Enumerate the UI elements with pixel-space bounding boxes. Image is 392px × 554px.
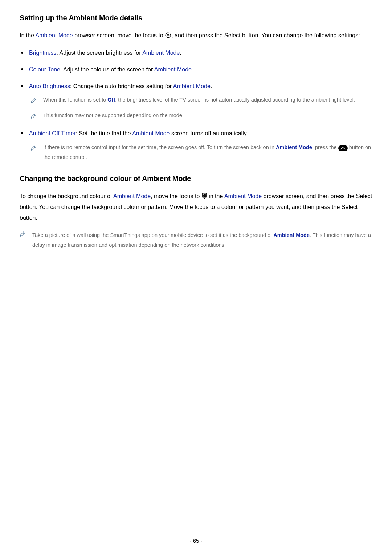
pencil-note-icon — [20, 231, 25, 238]
link-ambient-mode[interactable]: Ambient Mode — [224, 193, 262, 199]
text-span: in the — [207, 193, 224, 199]
text-span: If there is no remote control input for … — [43, 144, 276, 150]
note-text: This function may not be supported depen… — [43, 111, 185, 120]
note-block: When this function is set to Off, the br… — [29, 95, 372, 107]
link-ambient-mode[interactable]: Ambient Mode — [142, 50, 180, 56]
link-ambient-mode[interactable]: Ambient Mode — [276, 144, 312, 150]
text-span: In the — [20, 32, 36, 38]
text-span: Take a picture of a wall using the Smart… — [32, 232, 273, 238]
section-ambient-mode-details: Setting up the Ambient Mode details In t… — [20, 14, 372, 162]
text-span: . — [180, 50, 181, 56]
note-text: If there is no remote control input for … — [43, 143, 372, 162]
text-span: When this function is set to — [43, 97, 107, 103]
text-span: : Adjust the screen brightness for — [57, 50, 143, 56]
link-ambient-mode[interactable]: Ambient Mode — [273, 232, 310, 238]
pencil-note-icon — [30, 112, 36, 123]
svg-rect-3 — [204, 194, 205, 195]
pencil-note-icon — [30, 144, 36, 155]
link-auto-brightness[interactable]: Auto Brightness — [29, 83, 70, 89]
svg-rect-5 — [204, 195, 205, 196]
section-changing-background: Changing the background colour of Ambien… — [20, 175, 372, 250]
text-span: , and then press the Select button. You … — [171, 32, 360, 38]
note-block: If there is no remote control input for … — [29, 143, 372, 162]
text-span: : Adjust the colours of the screen for — [60, 66, 154, 73]
list-item: Auto Brightness: Change the auto brightn… — [29, 81, 372, 123]
text-span: : Change the auto brightness setting for — [70, 83, 173, 89]
text-span: , press the — [312, 144, 338, 150]
text-span: , move the focus to — [151, 193, 201, 199]
svg-rect-2 — [203, 194, 204, 195]
link-ambient-mode[interactable]: Ambient Mode — [36, 32, 73, 38]
text-span: browser screen, move the focus to — [73, 32, 165, 38]
link-ambient-off-timer[interactable]: Ambient Off Timer — [29, 130, 76, 136]
link-ambient-mode[interactable]: Ambient Mode — [154, 66, 192, 73]
bullet-list: Brightness: Adjust the screen brightness… — [20, 48, 372, 162]
intro-paragraph: In the Ambient Mode browser screen, move… — [20, 30, 372, 41]
text-span: screen turns off automatically. — [170, 130, 248, 136]
link-off: Off — [107, 97, 115, 103]
link-ambient-mode[interactable]: Ambient Mode — [173, 83, 211, 89]
link-colour-tone[interactable]: Colour Tone — [29, 66, 60, 73]
text-span: : Set the time that the — [76, 130, 132, 136]
text-span: To change the background colour of — [20, 193, 113, 199]
pencil-note-icon — [30, 96, 36, 107]
svg-rect-4 — [203, 195, 204, 196]
note-block: This function may not be supported depen… — [29, 111, 372, 123]
link-ambient-mode[interactable]: Ambient Mode — [113, 193, 151, 199]
heading-setting-up: Setting up the Ambient Mode details — [20, 14, 372, 22]
note-text: When this function is set to Off, the br… — [43, 95, 355, 105]
list-item: Colour Tone: Adjust the colours of the s… — [29, 64, 372, 75]
link-brightness[interactable]: Brightness — [29, 50, 57, 56]
body-paragraph: To change the background colour of Ambie… — [20, 191, 372, 224]
note-block: Take a picture of a wall using the Smart… — [20, 230, 372, 250]
page-number: - 65 - — [0, 538, 392, 544]
colour-palette-icon — [201, 193, 207, 199]
ambient-button-icon — [338, 145, 348, 151]
note-text: Take a picture of a wall using the Smart… — [32, 230, 372, 250]
text-span: . — [211, 83, 212, 89]
gear-icon — [165, 32, 171, 38]
list-item: Ambient Off Timer: Set the time that the… — [29, 128, 372, 162]
text-span: , the brightness level of the TV screen … — [115, 97, 355, 103]
text-span: . — [192, 66, 193, 73]
heading-changing-background: Changing the background colour of Ambien… — [20, 175, 372, 183]
svg-point-0 — [167, 34, 169, 36]
link-ambient-mode[interactable]: Ambient Mode — [132, 130, 170, 136]
list-item: Brightness: Adjust the screen brightness… — [29, 48, 372, 58]
